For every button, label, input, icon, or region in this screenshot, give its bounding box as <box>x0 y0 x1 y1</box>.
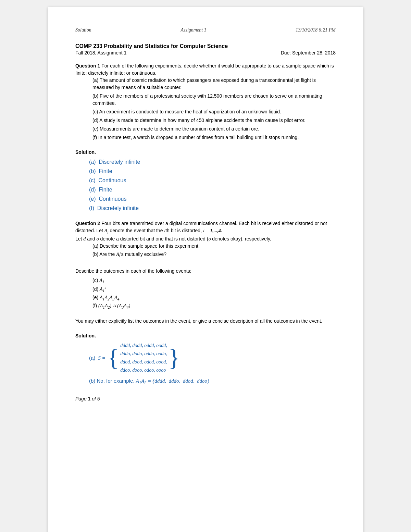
q2-sol-a-label: (a) <box>89 354 95 362</box>
subtitle-left: Fall 2018, Assignment 1 <box>75 50 126 55</box>
q2-may-text: You may either explicitly list the outco… <box>75 318 336 325</box>
page: Solution Assignment 1 13/10/2018 6:21 PM… <box>48 7 363 532</box>
q1-sol-c: (c) Continuous <box>89 176 336 185</box>
matrix-row-3: ddod, dood, odod, oood, <box>120 358 167 366</box>
q1-sol-c-answer: Continuous <box>99 177 126 183</box>
matrix-row-4: ddoo, dooo, odoo, oooo <box>120 366 167 374</box>
q2-part-a: (a) Describe the sample space for this e… <box>92 243 336 250</box>
q1-part-a: (a) The amount of cosmic radiation to wh… <box>92 77 336 91</box>
q1-sol-a-label: (a) <box>89 159 96 165</box>
subtitle-row: Fall 2018, Assignment 1 Due: September 2… <box>75 50 336 55</box>
q1-solution-list: (a) Discretely infinite (b) Finite (c) C… <box>89 158 336 212</box>
q1-sol-d-answer: Finite <box>99 187 112 193</box>
q2-sol-a-eq: S = <box>98 354 105 362</box>
q1-sol-d: (d) Finite <box>89 186 336 194</box>
q2-label: Question 2 <box>75 221 100 226</box>
q2-sol-b-text: No, for example, <box>97 378 136 384</box>
q2-sol-b-math: A1A2 = {dddd, dddo, ddod, ddoo} <box>136 378 209 384</box>
q2-parts-cf: (c) A1 (d) A1c (e) A1A2A3A4 (f) (A1A2) ∪… <box>92 277 336 311</box>
subtitle-right: Due: September 28, 2018 <box>281 50 336 55</box>
matrix-row-2: dddo, dodo, oddo, oodo, <box>120 350 167 358</box>
q1-sol-d-label: (d) <box>89 187 96 193</box>
q1-sol-c-label: (c) <box>89 177 96 183</box>
header-center: Assignment 1 <box>180 27 206 33</box>
q1-sol-b-answer: Finite <box>99 168 112 174</box>
q1-solution-header: Solution. <box>75 149 336 156</box>
q1-sol-e-answer: Continuous <box>99 196 126 202</box>
q2-part-f: (f) (A1A2) ∪ (A3A4) <box>92 302 336 310</box>
q1-sol-f-label: (f) <box>89 205 94 211</box>
q2-parts-ab: (a) Describe the sample space for this e… <box>92 243 336 259</box>
q1-sol-f: (f) Discretely infinite <box>89 204 336 212</box>
q2-solution: Solution. (a) S = { dddd, dodd, oddd, oo… <box>75 332 336 386</box>
title-section: COMP 233 Probability and Statistics for … <box>75 43 336 55</box>
matrix-row-1: dddd, dodd, oddd, oodd, <box>120 342 167 350</box>
q1-sol-a: (a) Discretely infinite <box>89 158 336 166</box>
q2-sol-b-label: (b) <box>89 378 97 384</box>
q1-parts-list: (a) The amount of cosmic radiation to wh… <box>92 77 336 141</box>
q1-sol-e-label: (e) <box>89 196 96 202</box>
q2-part-d: (d) A1c <box>92 285 336 294</box>
question-1: Question 1 For each of the following exp… <box>75 62 336 141</box>
q2-solution-header: Solution. <box>75 332 336 339</box>
footer-bold: 1 <box>88 396 91 401</box>
q1-part-f: (f) In a torture test, a watch is droppe… <box>92 134 336 141</box>
left-brace: { <box>108 346 119 370</box>
q2-sol-a-row: (a) S = { dddd, dodd, oddd, oodd, dddo, … <box>89 342 336 374</box>
q1-sol-f-answer: Discretely infinite <box>97 205 139 211</box>
right-brace: } <box>169 346 180 370</box>
course-title: COMP 233 Probability and Statistics for … <box>75 43 336 49</box>
q2-sol-a-matrix: { dddd, dodd, oddd, oodd, dddo, dodo, od… <box>108 342 180 374</box>
q2-part-c: (c) A1 <box>92 277 336 285</box>
q1-sol-b-label: (b) <box>89 168 96 174</box>
footer-text2: of <box>92 396 96 401</box>
q1-sol-a-answer: Discretely infinite <box>99 159 140 165</box>
page-footer: Page 1 of 5 <box>75 396 336 401</box>
header-left: Solution <box>75 27 91 33</box>
q2-sol-b: (b) No, for example, A1A2 = {dddd, dddo,… <box>89 377 336 386</box>
q1-sol-b: (b) Finite <box>89 167 336 175</box>
footer-text: Page <box>75 396 87 401</box>
footer-total: 5 <box>97 396 100 401</box>
q1-sol-e: (e) Continuous <box>89 195 336 203</box>
q1-part-c: (c) An experiment is conducted to measur… <box>92 108 336 115</box>
q1-part-d: (d) A study is made to determine in how … <box>92 117 336 124</box>
matrix-content: dddd, dodd, oddd, oodd, dddo, dodo, oddo… <box>119 342 169 374</box>
page-header: Solution Assignment 1 13/10/2018 6:21 PM <box>75 27 336 33</box>
q1-solution: Solution. (a) Discretely infinite (b) Fi… <box>75 149 336 212</box>
header-right: 13/10/2018 6:21 PM <box>296 27 336 33</box>
question-2: Question 2 Four bits are transmitted ove… <box>75 220 336 325</box>
q2-intro-text: Question 2 Four bits are transmitted ove… <box>75 220 336 243</box>
q1-intro: Question 1 For each of the following exp… <box>75 62 336 77</box>
q2-part-e: (e) A1A2A3A4 <box>92 294 336 302</box>
q1-part-b: (b) Five of the members of a professiona… <box>92 92 336 107</box>
q2-describe: Describe the outcomes in each of the fol… <box>75 268 336 275</box>
q1-part-e: (e) Measurements are made to determine t… <box>92 125 336 133</box>
q1-intro-text: For each of the following experiments, d… <box>75 63 334 76</box>
q1-label: Question 1 <box>75 63 100 69</box>
q2-part-b: (b) Are the Ai's mutually exclusive? <box>92 251 336 259</box>
